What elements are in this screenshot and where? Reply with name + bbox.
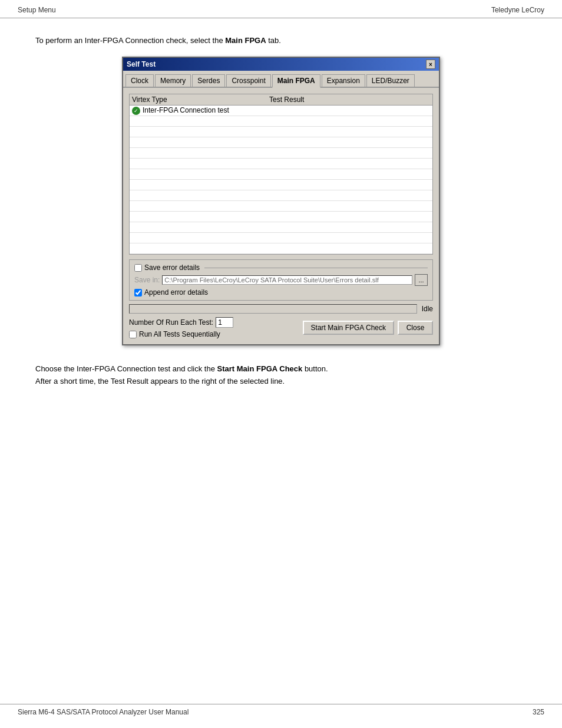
save-error-label-row: Save error details [134, 263, 428, 272]
run-count-row: Number Of Run Each Test: [129, 317, 233, 328]
tabs-bar: Clock Memory Serdes Crosspoint Main FPGA… [123, 71, 439, 88]
table-row[interactable]: ✓Inter-FPGA Connection test [130, 106, 432, 116]
save-in-row: Save in: ... [134, 274, 428, 286]
save-error-checkbox[interactable] [134, 264, 142, 272]
run-seq-label: Run All Tests Sequentially [139, 330, 220, 338]
table-row [130, 148, 432, 159]
tab-crosspoint[interactable]: Crosspoint [226, 74, 270, 87]
self-test-dialog: Self Test × Clock Memory Serdes Crosspoi… [122, 57, 440, 345]
bottom-controls: Number Of Run Each Test: Run All Tests S… [129, 317, 433, 338]
page-footer: Sierra M6-4 SAS/SATA Protocol Analyzer U… [0, 704, 562, 716]
header-right: Teledyne LeCroy [491, 6, 544, 14]
bottom-left-controls: Number Of Run Each Test: Run All Tests S… [129, 317, 233, 338]
run-seq-row: Run All Tests Sequentially [129, 330, 233, 338]
browse-button[interactable]: ... [415, 274, 428, 286]
intro-paragraph: To perform an Inter-FPGA Connection chec… [35, 36, 527, 45]
test-table: Virtex Type Test Result ✓Inter-FPGA Conn… [129, 94, 433, 255]
tab-led-buzzer[interactable]: LED/Buzzer [366, 74, 415, 87]
col-virtex-type: Virtex Type [132, 95, 269, 104]
tab-memory[interactable]: Memory [155, 74, 191, 87]
tab-expansion[interactable]: Expansion [322, 74, 365, 87]
run-count-label: Number Of Run Each Test: [129, 318, 213, 327]
col-extra [406, 95, 430, 104]
table-row [130, 233, 432, 243]
dialog-close-button[interactable]: × [426, 60, 435, 69]
save-error-text: Save error details [144, 263, 200, 272]
outro-line1: Choose the Inter-FPGA Connection test an… [35, 364, 217, 373]
save-in-input[interactable] [162, 275, 412, 285]
outro-paragraph: Choose the Inter-FPGA Connection test an… [35, 363, 527, 388]
page-content: To perform an Inter-FPGA Connection chec… [0, 18, 562, 406]
dialog-titlebar: Self Test × [123, 58, 439, 71]
intro-text-after: tab. [266, 36, 281, 45]
outro-line2: After a short time, the Test Result appe… [35, 377, 285, 386]
close-button[interactable]: Close [398, 321, 433, 335]
outro-line1b: button. [302, 364, 328, 373]
header-left: Setup Menu [18, 6, 56, 14]
tab-serdes[interactable]: Serdes [192, 74, 225, 87]
run-count-input[interactable] [216, 317, 233, 328]
outro-bold1: Start Main FPGA Check [217, 364, 303, 373]
status-label: Idle [422, 305, 433, 313]
dialog-body: Virtex Type Test Result ✓Inter-FPGA Conn… [123, 88, 439, 344]
table-row [130, 222, 432, 233]
start-fpga-check-button[interactable]: Start Main FPGA Check [303, 321, 394, 335]
run-seq-checkbox[interactable] [129, 331, 137, 338]
dialog-title: Self Test [127, 60, 156, 68]
table-row [130, 127, 432, 137]
tab-main-fpga[interactable]: Main FPGA [272, 74, 320, 88]
table-row [130, 243, 432, 254]
save-error-section: Save error details Save in: ... Append e… [129, 259, 433, 301]
tab-clock[interactable]: Clock [125, 74, 154, 87]
progress-bar [129, 304, 417, 314]
table-row [130, 201, 432, 212]
footer-right: 325 [533, 708, 544, 716]
save-in-label: Save in: [134, 276, 160, 284]
table-row [130, 116, 432, 127]
table-row [130, 169, 432, 180]
append-label: Append error details [144, 288, 208, 297]
action-buttons: Start Main FPGA Check Close [303, 321, 433, 335]
append-checkbox[interactable] [134, 289, 142, 297]
intro-text-before: To perform an Inter-FPGA Connection chec… [35, 36, 225, 45]
table-row [130, 180, 432, 190]
append-row: Append error details [134, 288, 428, 297]
progress-area: Idle [129, 304, 433, 314]
footer-left: Sierra M6-4 SAS/SATA Protocol Analyzer U… [18, 708, 189, 716]
intro-bold: Main FPGA [225, 36, 266, 45]
table-row [130, 159, 432, 169]
table-row [130, 137, 432, 148]
table-row [130, 212, 432, 222]
col-test-result: Test Result [269, 95, 406, 104]
check-icon: ✓ [132, 107, 140, 115]
page-header: Setup Menu Teledyne LeCroy [0, 0, 562, 18]
table-row [130, 190, 432, 201]
row1-virtex: ✓Inter-FPGA Connection test [132, 106, 269, 115]
table-header: Virtex Type Test Result [130, 94, 432, 106]
